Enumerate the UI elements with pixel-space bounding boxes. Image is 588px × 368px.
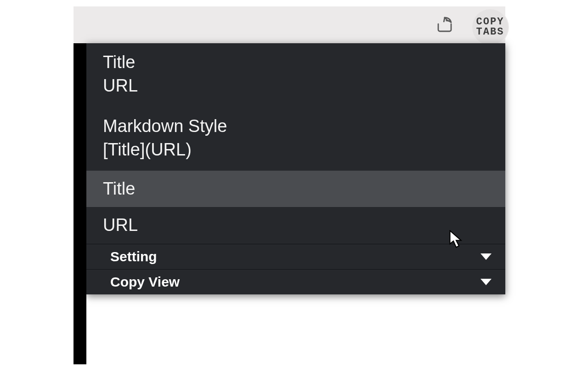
format-line: Title	[103, 51, 489, 74]
format-option-title-url[interactable]: Title URL	[86, 43, 505, 107]
copy-tabs-popup: Title URL Markdown Style [Title](URL) Ti…	[86, 43, 505, 294]
format-line: URL	[103, 74, 489, 98]
copy-tabs-extension-button[interactable]: COPY TABS	[472, 9, 508, 45]
chevron-down-icon	[481, 279, 492, 285]
format-option-markdown[interactable]: Markdown Style [Title](URL)	[86, 107, 505, 171]
format-option-url-only[interactable]: URL	[86, 207, 505, 243]
format-line: [Title](URL)	[103, 138, 489, 161]
browser-toolbar: COPY TABS	[74, 6, 505, 43]
share-icon[interactable]	[435, 15, 455, 35]
section-label: Setting	[110, 249, 157, 264]
chevron-down-icon	[481, 253, 492, 260]
page-background	[74, 43, 86, 364]
section-label: Copy View	[110, 274, 180, 290]
item-label: URL	[103, 215, 138, 235]
format-option-title-only[interactable]: Title	[86, 171, 505, 207]
format-line: Markdown Style	[103, 115, 489, 138]
item-label: Title	[103, 179, 135, 198]
section-setting[interactable]: Setting	[86, 244, 505, 269]
section-copy-view[interactable]: Copy View	[86, 269, 505, 294]
